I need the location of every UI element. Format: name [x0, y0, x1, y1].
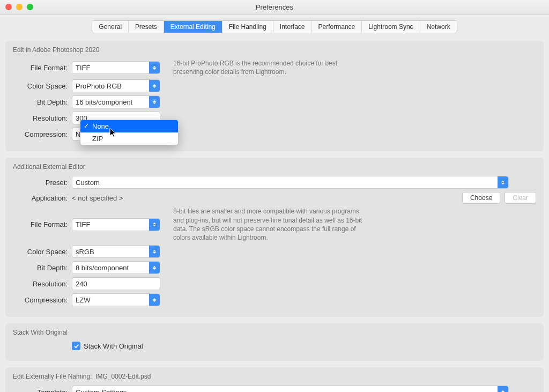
check-icon: [73, 343, 79, 349]
compression-option-zip[interactable]: ZIP: [80, 132, 178, 145]
tab-network[interactable]: Network: [420, 21, 457, 33]
section-additional: Additional External Editor Preset: Custo…: [5, 158, 544, 317]
label-bit-depth: Bit Depth:: [13, 98, 72, 106]
chevron-updown-icon: [149, 262, 160, 273]
cursor-icon: [109, 128, 118, 140]
select-bit-depth-value: 16 bits/component: [76, 98, 132, 106]
compression-option-none[interactable]: None: [80, 120, 178, 132]
chevron-updown-icon: [149, 80, 160, 92]
tab-file-handling[interactable]: File Handling: [222, 21, 273, 33]
clear-button: Clear: [505, 192, 536, 204]
input-resolution-2-value: 240: [76, 280, 87, 288]
select-bit-depth[interactable]: 16 bits/component: [72, 95, 160, 108]
select-template-value: Custom Settings: [76, 388, 127, 392]
label-file-format: File Format:: [13, 64, 72, 72]
section-file-naming-title: Edit Externally File Naming: IMG_0002-Ed…: [13, 373, 536, 380]
checkbox-stack-label: Stack With Original: [84, 342, 143, 350]
label-resolution: Resolution:: [13, 114, 72, 122]
select-file-format-2-value: TIFF: [76, 220, 90, 228]
file-naming-prefix: Edit Externally File Naming:: [13, 373, 92, 380]
section-file-naming: Edit Externally File Naming: IMG_0002-Ed…: [5, 367, 544, 392]
tab-general[interactable]: General: [92, 21, 129, 33]
select-preset-value: Custom: [76, 179, 100, 187]
tabs: General Presets External Editing File Ha…: [92, 20, 457, 33]
chevron-updown-icon: [149, 246, 160, 257]
label-compression: Compression:: [13, 130, 72, 138]
chevron-updown-icon: [149, 62, 160, 73]
checkbox-stack[interactable]: [72, 342, 80, 350]
select-bit-depth-2[interactable]: 8 bits/component: [72, 261, 160, 274]
label-template: Template:: [13, 388, 72, 392]
label-color-space: Color Space:: [13, 82, 72, 90]
section-photoshop-title: Edit in Adobe Photoshop 2020: [13, 46, 536, 54]
section-photoshop: Edit in Adobe Photoshop 2020 File Format…: [5, 41, 544, 151]
window-title: Preferences: [0, 3, 549, 11]
chevron-updown-icon: [149, 219, 160, 231]
input-resolution-2[interactable]: 240: [72, 277, 160, 290]
select-bit-depth-2-value: 8 bits/component: [76, 264, 129, 272]
select-preset[interactable]: Custom: [72, 176, 509, 189]
application-value: < not specified >: [72, 194, 123, 202]
tabbar: General Presets External Editing File Ha…: [0, 20, 549, 33]
section-additional-title: Additional External Editor: [13, 163, 536, 171]
select-color-space-2[interactable]: sRGB: [72, 245, 160, 258]
section-stack: Stack With Original Stack With Original: [5, 323, 544, 361]
label-file-format-2: File Format:: [13, 220, 72, 228]
tab-lightroom-sync[interactable]: Lightroom Sync: [362, 21, 420, 33]
close-icon[interactable]: [5, 4, 12, 10]
select-file-format-value: TIFF: [76, 64, 90, 72]
label-application: Application:: [13, 194, 72, 202]
hint-additional: 8-bit files are smaller and more compati…: [173, 207, 366, 242]
zoom-icon[interactable]: [27, 4, 33, 10]
chevron-updown-icon: [149, 294, 160, 306]
titlebar: Preferences: [0, 0, 549, 15]
chevron-updown-icon: [149, 96, 160, 108]
label-compression-2: Compression:: [13, 296, 72, 304]
choose-button[interactable]: Choose: [462, 192, 500, 204]
hint-photoshop: 16-bit ProPhoto RGB is the recommended c…: [173, 59, 366, 76]
select-color-space-2-value: sRGB: [76, 248, 94, 256]
tab-external-editing[interactable]: External Editing: [164, 21, 222, 33]
label-bit-depth-2: Bit Depth:: [13, 264, 72, 272]
label-color-space-2: Color Space:: [13, 248, 72, 256]
section-stack-title: Stack With Original: [13, 329, 536, 336]
select-file-format[interactable]: TIFF: [72, 61, 160, 74]
minimize-icon[interactable]: [16, 4, 23, 10]
select-file-format-2[interactable]: TIFF: [72, 218, 160, 231]
window-controls: [5, 4, 33, 10]
chevron-updown-icon: [498, 386, 508, 392]
tab-presets[interactable]: Presets: [129, 21, 164, 33]
select-color-space[interactable]: ProPhoto RGB: [72, 79, 160, 92]
tab-interface[interactable]: Interface: [273, 21, 312, 33]
tab-performance[interactable]: Performance: [312, 21, 362, 33]
select-compression-2-value: LZW: [76, 296, 90, 304]
chevron-updown-icon: [498, 176, 508, 188]
select-compression-2[interactable]: LZW: [72, 293, 160, 306]
file-naming-example: IMG_0002-Edit.psd: [95, 373, 151, 380]
select-color-space-value: ProPhoto RGB: [76, 82, 122, 90]
compression-dropdown[interactable]: None ZIP: [80, 120, 179, 145]
label-resolution-2: Resolution:: [13, 280, 72, 288]
label-preset: Preset:: [13, 179, 72, 187]
select-template[interactable]: Custom Settings: [72, 386, 509, 392]
